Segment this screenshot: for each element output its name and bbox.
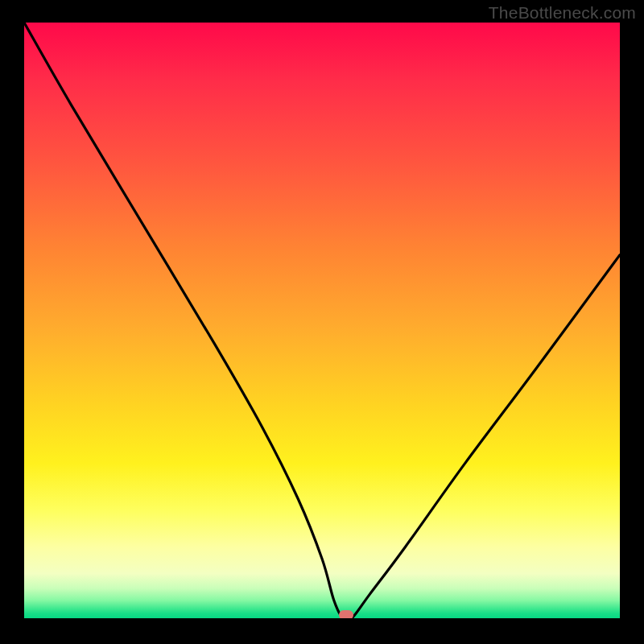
bottleneck-curve (24, 23, 620, 618)
chart-frame: TheBottleneck.com (0, 0, 644, 644)
watermark-label: TheBottleneck.com (489, 3, 636, 23)
optimal-marker (339, 610, 353, 618)
curve-layer (24, 23, 620, 618)
plot-area (24, 23, 620, 618)
